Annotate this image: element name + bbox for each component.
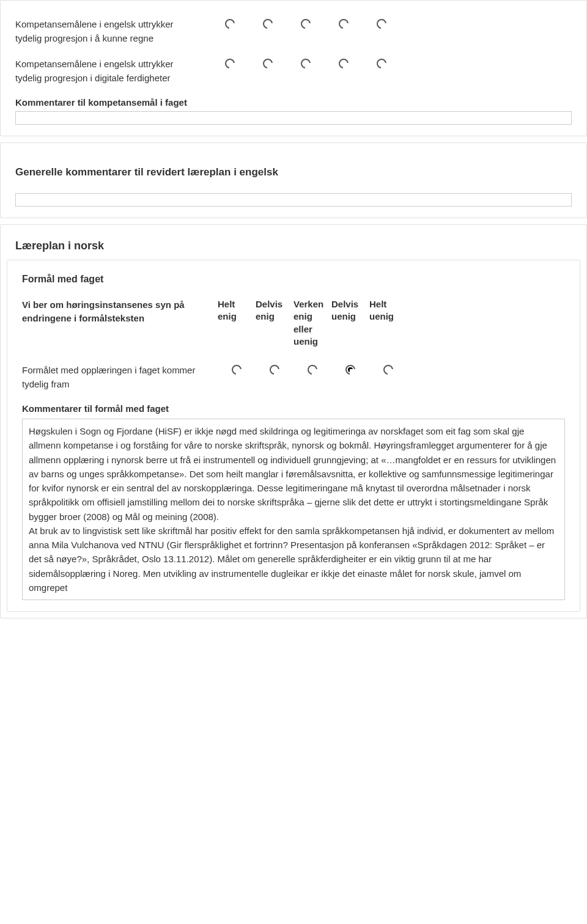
comment-input-generelle[interactable] <box>15 193 572 207</box>
panel-generelle-kommentarer: Generelle kommentarer til revidert lærep… <box>0 142 587 218</box>
matrix-row: Formålet med opplæringen i faget kommer … <box>22 358 565 397</box>
radio-option-1[interactable] <box>232 365 242 375</box>
radio-option-2[interactable] <box>270 365 279 375</box>
matrix-row-options <box>218 364 565 375</box>
header-opt-1: Helt enig <box>218 298 256 348</box>
comment-label: Kommentarer til kompetansemål i faget <box>15 97 572 108</box>
matrix-header-options: Helt enig Delvis enig Verken enig eller … <box>218 298 565 348</box>
radio-option-3[interactable] <box>308 365 317 375</box>
header-opt-4: Delvis uenig <box>331 298 369 348</box>
matrix-row-options <box>211 18 572 29</box>
header-opt-5: Helt uenig <box>369 298 407 348</box>
header-opt-2: Delvis enig <box>256 298 294 348</box>
radio-option-2[interactable] <box>263 59 273 68</box>
radio-option-1[interactable] <box>225 59 235 68</box>
comment-label-formal: Kommentarer til formål med faget <box>22 403 565 414</box>
panel-formal-med-faget: Formål med faget Vi ber om høringsinstan… <box>7 260 580 612</box>
comment-text-formal: Høgskulen i Sogn og Fjordane (HiSF) er i… <box>22 419 565 600</box>
radio-option-3[interactable] <box>301 19 311 29</box>
matrix-row-label: Kompetansemålene i engelsk uttrykker tyd… <box>15 18 211 45</box>
comment-input-kompetansemal[interactable] <box>15 111 572 125</box>
matrix-row-label: Kompetansemålene i engelsk uttrykker tyd… <box>15 57 211 85</box>
panel-laereplan-norsk: Læreplan i norsk Formål med faget Vi ber… <box>0 224 587 618</box>
radio-option-4[interactable] <box>345 365 355 375</box>
subtitle-formal: Formål med faget <box>22 274 565 285</box>
matrix-header: Vi ber om høringsinstansenes syn på endr… <box>22 292 565 358</box>
header-opt-3: Verken enig eller uenig <box>294 298 331 348</box>
radio-option-5[interactable] <box>377 59 386 68</box>
radio-option-2[interactable] <box>263 19 273 29</box>
section-title-generelle: Generelle kommentarer til revidert lærep… <box>15 166 572 178</box>
radio-option-5[interactable] <box>383 365 393 375</box>
panel-kompetansemal: Kompetansemålene i engelsk uttrykker tyd… <box>0 0 587 136</box>
matrix-header-question: Vi ber om høringsinstansenes syn på endr… <box>22 298 218 325</box>
matrix-row-options <box>211 57 572 68</box>
matrix-row: Kompetansemålene i engelsk uttrykker tyd… <box>15 12 572 51</box>
radio-option-5[interactable] <box>377 19 386 29</box>
radio-option-3[interactable] <box>301 59 311 68</box>
radio-option-1[interactable] <box>225 19 235 29</box>
section-title-laereplan-norsk: Læreplan i norsk <box>15 240 586 252</box>
matrix-row-label: Formålet med opplæringen i faget kommer … <box>22 364 218 391</box>
radio-option-4[interactable] <box>339 59 349 68</box>
radio-option-4[interactable] <box>339 19 349 29</box>
matrix-row: Kompetansemålene i engelsk uttrykker tyd… <box>15 51 572 91</box>
